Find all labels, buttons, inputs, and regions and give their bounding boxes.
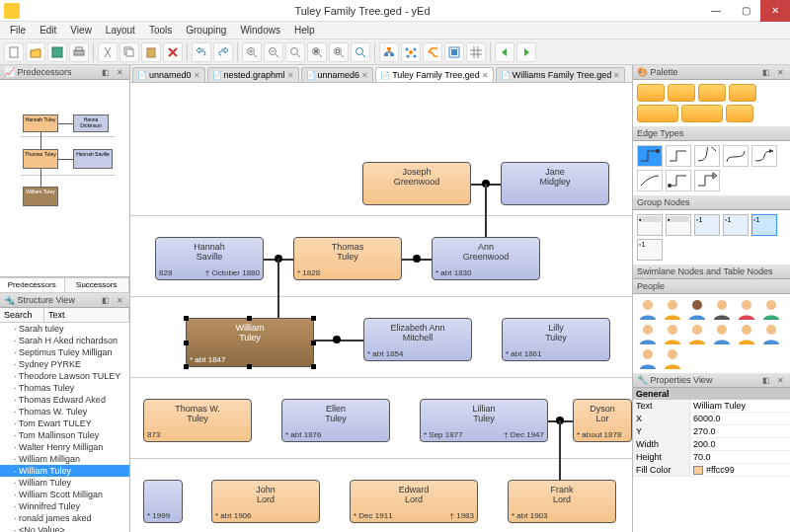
shape-swatch[interactable] [668,84,695,102]
zoom-in-button[interactable] [242,42,262,62]
minimize-button[interactable]: — [701,0,731,22]
person-icon[interactable] [662,347,683,369]
pane-close-icon[interactable]: ✕ [775,68,786,77]
pane-pin-icon[interactable]: ◧ [100,296,112,305]
person-icon[interactable] [760,298,782,320]
person-icon[interactable] [662,298,683,320]
zoom-sel-button[interactable] [351,42,370,62]
structure-view-header[interactable]: 🔩 Structure View ◧ ✕ [0,293,129,308]
cut-button[interactable] [98,42,118,62]
person-icon[interactable] [711,298,733,320]
node-lillian[interactable]: Lillian Tuley* Sep 1877† Dec 1947 [420,399,548,442]
edge-swatch[interactable] [751,145,777,167]
tree-row[interactable]: · Thomas Edward Aked [0,394,129,406]
menu-grouping[interactable]: Grouping [180,24,232,37]
node-dyson[interactable]: Dyson Lor* about 1878 [573,399,632,442]
property-row[interactable]: Fill Color#ffcc99 [633,464,790,477]
tree-row[interactable]: · Sarah tuley [0,323,129,335]
node-lilly[interactable]: Lilly Tuley* abt 1861 [502,318,610,361]
node-william-selected[interactable]: William Tuley* abt 1847 [186,318,314,367]
swimlane-header[interactable]: Swimlane Nodes and Table Nodes [633,265,790,279]
maximize-button[interactable]: ▢ [731,0,760,22]
save-button[interactable] [47,42,67,62]
edge-swatch[interactable] [723,145,749,167]
tab-close-icon[interactable]: ✕ [361,71,368,80]
tab-close-icon[interactable]: ✕ [194,71,200,80]
tree-row[interactable]: · William Tuley [0,477,129,489]
layout-ortho-button[interactable] [423,42,442,62]
edge-swatch[interactable] [666,170,691,191]
doc-tab[interactable]: 📄Williams Family Tree.ged✕ [496,67,626,82]
edge-swatch[interactable] [694,170,720,191]
tree-row[interactable]: · Sydney PYRKE [0,358,129,370]
properties-grid[interactable]: General TextWilliam TuleyX6000.0Y270.0Wi… [633,388,790,532]
shape-swatch[interactable] [637,84,665,102]
tree-row[interactable]: · Tom Ewart TULEY [0,418,129,429]
prev-layout-button[interactable] [495,42,514,62]
edge-swatch[interactable] [666,145,691,167]
node-thomasw[interactable]: Thomas W. Tuley873 [143,399,252,442]
palette-shapes[interactable] [633,80,790,126]
tree-row[interactable]: · <No Value> [0,524,129,532]
predecessors-header[interactable]: 📈 Predecessors ◧ ✕ [0,65,129,80]
menu-layout[interactable]: Layout [100,24,141,37]
shape-swatch[interactable] [698,84,726,102]
zoom-100-button[interactable] [307,42,327,62]
menu-file[interactable]: File [4,24,32,37]
doc-tab[interactable]: 📄nested.graphml✕ [207,67,299,82]
properties-header[interactable]: 🔧 Properties View◧ ✕ [633,373,790,388]
palette-people[interactable] [633,294,790,373]
group-swatch[interactable]: ▪ [666,214,691,236]
print-button[interactable] [69,42,89,62]
predecessors-tab[interactable]: Predecessors [0,278,65,292]
palette-edges[interactable] [633,141,790,195]
pane-close-icon[interactable]: ✕ [115,68,125,77]
group-swatch[interactable]: ▫1 [751,214,777,236]
person-icon[interactable] [711,323,733,344]
person-icon[interactable] [637,323,659,344]
tab-close-icon[interactable]: ✕ [287,71,294,80]
node-joseph[interactable]: Joseph Greenwood [362,162,471,205]
new-button[interactable] [4,42,24,62]
tab-close-icon[interactable]: ✕ [613,71,620,80]
paste-button[interactable] [141,42,161,62]
node-frank[interactable]: Frank Lord* abt 1903 [508,480,616,523]
edge-swatch[interactable] [694,145,720,167]
structure-tree[interactable]: · Sarah tuley· Sarah H Aked richardson· … [0,323,129,532]
shape-swatch[interactable] [637,105,678,122]
property-row[interactable]: TextWilliam Tuley [633,400,790,413]
pane-pin-icon[interactable]: ◧ [760,376,772,385]
person-icon[interactable] [637,347,659,369]
node-elizabeth[interactable]: Elizabeth Ann Mitchell* abt 1854 [363,318,472,361]
tree-row[interactable]: · William Tuley [0,465,129,477]
doc-tab[interactable]: 📄Tuley Family Tree.ged✕ [375,67,494,82]
node-john[interactable]: John Lord* abt 1906 [211,480,320,523]
layout-organic-button[interactable] [401,42,421,62]
tree-row[interactable]: · Thomas Tuley [0,382,129,394]
doc-tab[interactable]: 📄unnamed0✕ [132,67,205,82]
layout-hier-button[interactable] [379,42,399,62]
zoom-area-button[interactable] [285,42,305,62]
group-swatch[interactable]: ▪ [637,214,663,236]
person-icon[interactable] [686,323,708,344]
edge-types-header[interactable]: Edge Types [633,126,790,141]
menu-tools[interactable]: Tools [143,24,178,37]
pane-close-icon[interactable]: ✕ [775,376,786,385]
person-icon[interactable] [686,298,708,320]
tree-row[interactable]: · William Milligan [0,453,129,465]
zoom-out-button[interactable] [264,42,283,62]
group-swatch[interactable]: ▫1 [723,214,749,236]
pane-pin-icon[interactable]: ◧ [760,68,772,77]
pane-close-icon[interactable]: ✕ [115,296,125,305]
property-row[interactable]: Height70.0 [633,451,790,464]
tree-row[interactable]: · Sarah H Aked richardson [0,335,129,346]
person-icon[interactable] [637,298,659,320]
palette-header[interactable]: 🎨 Palette◧ ✕ [633,65,790,80]
copy-button[interactable] [119,42,139,62]
person-icon[interactable] [736,323,757,344]
shape-swatch[interactable] [681,105,723,122]
overview-preview[interactable]: Hannah Tuley Hanna Dickinson Thomas Tule… [0,80,129,277]
property-row[interactable]: Width200.0 [633,438,790,451]
delete-button[interactable] [163,42,183,62]
grid-button[interactable] [466,42,486,62]
